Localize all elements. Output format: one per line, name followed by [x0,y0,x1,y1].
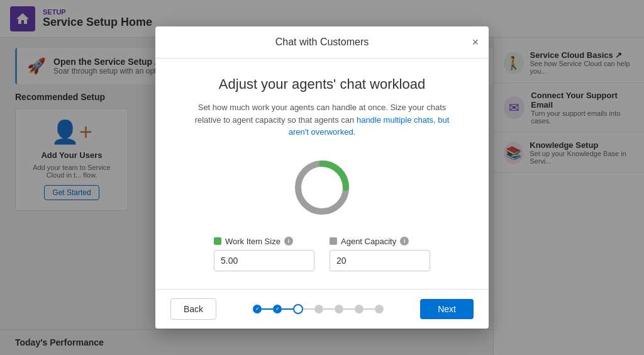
work-item-field-group: Work Item Size i [214,237,314,271]
green-legend [214,237,221,245]
step-line-4 [323,308,335,310]
step-4 [314,305,323,313]
modal-header: Chat with Customers × [155,26,489,59]
work-item-input[interactable] [214,250,314,271]
donut-chart [291,156,353,219]
agent-capacity-field-group: Agent Capacity i [330,237,430,271]
step-line-5 [343,308,355,310]
gray-legend [330,237,337,245]
modal-footer: Back ✓ ✓ [155,289,489,329]
donut-chart-container [186,156,458,219]
back-button[interactable]: Back [170,298,216,320]
highlight-text: handle multiple chats, but aren't overwo… [289,115,450,137]
modal-main-title: Adjust your agents' chat workload [186,76,458,93]
next-button[interactable]: Next [420,299,474,319]
step-line-1 [262,308,273,310]
step-line-6 [364,308,375,310]
modal-description: Set how much work your agents can handle… [186,101,458,138]
step-line-3 [303,308,314,310]
step-1: ✓ [253,305,262,313]
close-button[interactable]: × [472,37,479,48]
agent-capacity-input[interactable] [330,250,430,271]
agent-capacity-label: Agent Capacity i [330,237,409,246]
step-6 [355,305,364,313]
step-3-active [293,304,303,314]
modal-header-title: Chat with Customers [275,37,369,47]
modal-body: Adjust your agents' chat workload Set ho… [155,59,489,289]
agent-capacity-label-text: Agent Capacity [341,237,396,246]
fields-row: Work Item Size i Agent Capacity i [186,237,458,271]
work-item-label-text: Work Item Size [225,237,280,246]
agent-capacity-info-icon[interactable]: i [400,237,409,245]
chat-modal: Chat with Customers × Adjust your agents… [155,26,489,329]
step-2: ✓ [273,305,282,313]
work-item-info-icon[interactable]: i [284,237,293,245]
step-line-2 [282,308,293,310]
step-5 [335,305,343,313]
step-7 [375,305,384,313]
modal-overlay: Chat with Customers × Adjust your agents… [0,0,644,355]
work-item-label: Work Item Size i [214,237,293,246]
progress-steps: ✓ ✓ [253,304,384,314]
